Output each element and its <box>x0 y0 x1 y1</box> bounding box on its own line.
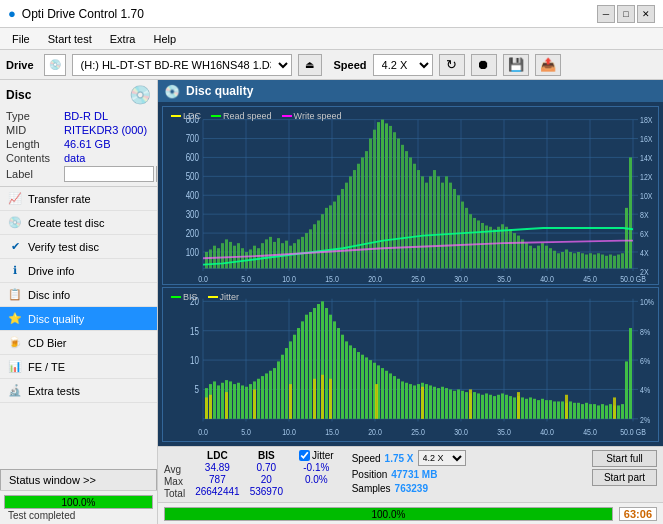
sidebar-item-fe-te[interactable]: 📊 FE / TE <box>0 355 157 379</box>
speed-position-column: Speed 1.75 X 4.2 X Position 47731 MB Sam… <box>352 450 466 494</box>
svg-text:40.0: 40.0 <box>540 426 554 436</box>
speed-select[interactable]: 4.2 X <box>373 54 433 76</box>
max-label: Max <box>164 476 185 487</box>
svg-rect-280 <box>597 405 600 418</box>
start-full-button[interactable]: Start full <box>592 450 657 467</box>
svg-rect-142 <box>577 252 580 268</box>
svg-rect-262 <box>525 398 528 418</box>
sidebar-item-verify-test-disc[interactable]: ✔ Verify test disc <box>0 235 157 259</box>
svg-rect-291 <box>225 392 228 419</box>
status-progress-text: 100.0% <box>5 496 152 510</box>
eject-button[interactable]: ⏏ <box>298 54 322 76</box>
svg-rect-282 <box>605 405 608 418</box>
svg-rect-130 <box>529 246 532 269</box>
bis-avg: 0.70 <box>250 462 283 473</box>
save-button[interactable]: 💾 <box>503 54 529 76</box>
svg-rect-277 <box>585 402 588 418</box>
verify-test-disc-label: Verify test disc <box>28 241 99 253</box>
start-part-button[interactable]: Start part <box>592 469 657 486</box>
create-test-disc-icon: 💿 <box>8 216 22 229</box>
sidebar-item-disc-quality[interactable]: ⭐ Disc quality <box>0 307 157 331</box>
bis-max: 20 <box>250 474 283 485</box>
avg-label: Avg <box>164 464 185 475</box>
menu-help[interactable]: Help <box>145 31 184 47</box>
title-bar-controls[interactable]: ─ □ ✕ <box>597 5 655 23</box>
menu-start-test[interactable]: Start test <box>40 31 100 47</box>
drive-select[interactable]: (H:) HL-DT-ST BD-RE WH16NS48 1.D3 <box>72 54 292 76</box>
svg-rect-237 <box>425 384 428 419</box>
disc-quality-header-title: Disc quality <box>186 84 253 98</box>
svg-rect-253 <box>489 394 492 418</box>
status-window-button[interactable]: Status window >> <box>0 469 157 490</box>
svg-rect-274 <box>573 402 576 418</box>
svg-text:14X: 14X <box>640 153 653 163</box>
maximize-button[interactable]: □ <box>617 5 635 23</box>
svg-text:30.0: 30.0 <box>454 274 468 283</box>
svg-rect-263 <box>529 397 532 418</box>
svg-rect-301 <box>565 394 568 418</box>
read-speed-legend-item: Read speed <box>211 111 272 121</box>
verify-test-disc-icon: ✔ <box>8 240 22 253</box>
svg-rect-215 <box>337 328 340 419</box>
status-progress-bar: 100.0% <box>4 495 153 509</box>
cd-bier-label: CD Bier <box>28 337 67 349</box>
sidebar-item-extra-tests[interactable]: 🔬 Extra tests <box>0 379 157 403</box>
svg-text:25.0: 25.0 <box>411 274 425 283</box>
svg-rect-106 <box>433 170 436 268</box>
svg-rect-55 <box>229 242 232 268</box>
svg-text:15.0: 15.0 <box>325 274 339 283</box>
svg-rect-140 <box>569 252 572 268</box>
svg-rect-103 <box>421 176 424 268</box>
svg-rect-207 <box>305 314 308 418</box>
speed-dropdown[interactable]: 4.2 X <box>418 450 466 466</box>
svg-rect-200 <box>277 361 280 418</box>
svg-rect-275 <box>577 402 580 418</box>
svg-rect-137 <box>557 253 560 268</box>
sidebar-item-transfer-rate[interactable]: 📈 Transfer rate <box>0 187 157 211</box>
ldc-avg: 34.89 <box>195 462 240 473</box>
sidebar-item-drive-info[interactable]: ℹ Drive info <box>0 259 157 283</box>
svg-rect-293 <box>289 384 292 419</box>
sidebar: Disc 💿 Type BD-R DL MID RITEKDR3 (000) L… <box>0 80 158 524</box>
jitter-label: Jitter <box>312 450 334 461</box>
svg-rect-285 <box>617 405 620 418</box>
menu-extra[interactable]: Extra <box>102 31 144 47</box>
position-value: 47731 MB <box>391 469 437 480</box>
close-button[interactable]: ✕ <box>637 5 655 23</box>
svg-rect-228 <box>389 373 392 418</box>
position-label: Position <box>352 469 388 480</box>
sidebar-item-cd-bier[interactable]: 🍺 CD Bier <box>0 331 157 355</box>
svg-text:100: 100 <box>186 247 199 258</box>
svg-rect-112 <box>457 195 460 268</box>
svg-rect-234 <box>413 385 416 418</box>
svg-rect-98 <box>401 145 404 269</box>
record-button[interactable]: ⏺ <box>471 54 497 76</box>
svg-text:25.0: 25.0 <box>411 426 425 436</box>
svg-rect-273 <box>569 401 572 418</box>
svg-rect-269 <box>553 401 556 418</box>
svg-rect-254 <box>493 396 496 419</box>
drive-info-label: Drive info <box>28 265 74 277</box>
svg-rect-289 <box>205 397 208 418</box>
type-value: BD-R DL <box>64 110 108 122</box>
jitter-checkbox[interactable] <box>299 450 310 461</box>
svg-rect-246 <box>461 390 464 418</box>
svg-rect-186 <box>221 382 224 418</box>
sidebar-item-disc-info[interactable]: 📋 Disc info <box>0 283 157 307</box>
svg-rect-141 <box>573 253 576 268</box>
sidebar-item-create-test-disc[interactable]: 💿 Create test disc <box>0 211 157 235</box>
export-button[interactable]: 📤 <box>535 54 561 76</box>
svg-rect-226 <box>381 368 384 419</box>
ldc-total: 26642441 <box>195 486 240 497</box>
svg-text:5: 5 <box>195 383 199 395</box>
minimize-button[interactable]: ─ <box>597 5 615 23</box>
type-label: Type <box>6 110 64 122</box>
label-input[interactable] <box>64 166 154 182</box>
svg-rect-54 <box>225 239 228 268</box>
drive-bar: Drive 💿 (H:) HL-DT-ST BD-RE WH16NS48 1.D… <box>0 50 663 80</box>
nav-items: 📈 Transfer rate 💿 Create test disc ✔ Ver… <box>0 187 157 469</box>
menu-file[interactable]: File <box>4 31 38 47</box>
svg-rect-214 <box>333 321 336 418</box>
jitter-check-row: Jitter <box>299 450 334 461</box>
refresh-button[interactable]: ↻ <box>439 54 465 76</box>
